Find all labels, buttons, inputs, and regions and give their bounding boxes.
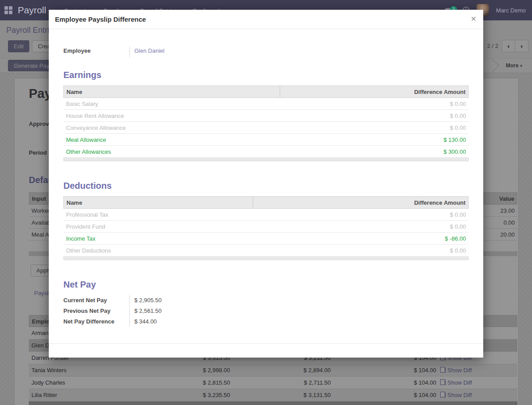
employee-value-link[interactable]: Glen Daniel [129,46,227,58]
table-footer-strip [63,158,469,161]
name-column-header: Name [64,197,253,208]
earnings-row: House Rent Allowance $ 0.00 [63,110,469,122]
deductions-row: Professional Tax $ 0.00 [63,209,469,221]
net-pay-row: Current Net Pay $ 2,905.50 [63,295,469,306]
difference-amount-column-header: Difference Amount [253,197,468,208]
net-pay-row: Net Pay Difference $ 344.00 [63,316,469,327]
screen: Payroll Entri Edit Create 2 / 2 ‹ › Gene… [0,0,532,405]
earnings-section: Earnings Name Difference Amount Basic Sa… [63,70,469,161]
employee-label: Employee [63,46,129,58]
earnings-row: Meal Allowance $ 130.00 [63,134,469,146]
net-pay-section: Net Pay Current Net Pay $ 2,905.50 Previ… [63,280,469,327]
user-menu[interactable]: Marc Demo [496,7,526,14]
earnings-row: Other Allowances $ 300.00 [63,146,469,158]
net-pay-heading: Net Pay [63,280,469,290]
difference-amount-column-header: Difference Amount [280,86,468,97]
modal-title: Employee Payslip Difference [55,16,146,23]
deductions-row: Other Deductions $ 0.00 [63,245,469,257]
apps-grid-icon[interactable] [4,6,12,14]
earnings-row: Conveyance Allowance $ 0.00 [63,122,469,134]
deductions-row: Provident Fund $ 0.00 [63,221,469,233]
earnings-heading: Earnings [63,70,469,80]
table-footer-strip [63,257,469,260]
app-name[interactable]: Payroll [18,5,46,16]
close-icon[interactable]: × [471,14,476,24]
name-column-header: Name [64,86,280,97]
deductions-section: Deductions Name Difference Amount Profes… [63,181,469,260]
payslip-difference-modal: Employee Payslip Difference × Employee G… [49,10,483,358]
deductions-row: Income Tax $ -86.00 [63,233,469,245]
earnings-row: Basic Salary $ 0.00 [63,98,469,110]
deductions-heading: Deductions [63,181,469,191]
modal-footer [49,343,483,358]
net-pay-row: Previous Net Pay $ 2,561.50 [63,306,469,316]
